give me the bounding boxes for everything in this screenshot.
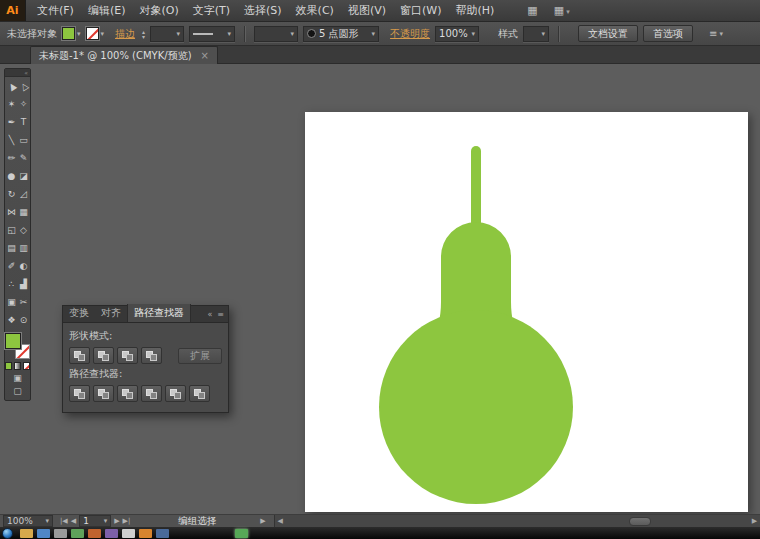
color-icon[interactable] [5,362,12,370]
fill-color-picker[interactable]: ▾ [62,27,81,40]
symbol-sprayer-tool[interactable]: ∴ [6,275,18,293]
taskbar-icon-2[interactable] [37,529,50,538]
stroke-weight-combo[interactable]: ▾ [150,26,184,42]
intersect-button[interactable] [117,347,138,364]
zoom-combo[interactable]: 100% ▾ [3,515,53,527]
scale-tool[interactable]: ◿ [18,185,30,203]
width-profile-combo[interactable]: ▾ [189,26,235,42]
divide-button[interactable] [69,385,90,402]
merge-button[interactable] [117,385,138,402]
minus-back-button[interactable] [189,385,210,402]
expand-button[interactable]: 扩展 [178,348,222,364]
last-artboard-icon[interactable]: ▶| [123,517,131,525]
gradient-tool[interactable]: ▥ [18,239,30,257]
stroke-swatch[interactable] [86,27,99,40]
menu-type[interactable]: 文字(T) [186,0,237,21]
pear-body[interactable] [379,310,573,504]
eyedropper-tool[interactable]: ✐ [6,257,18,275]
crop-button[interactable] [141,385,162,402]
style-combo[interactable]: ▾ [523,26,549,42]
previous-artboard-icon[interactable]: ◀ [71,517,76,525]
paintbrush-tool[interactable]: ✏ [6,149,18,167]
next-artboard-icon[interactable]: ▶ [114,517,119,525]
stroke-label[interactable]: 描边 [115,27,135,41]
perspective-grid-tool[interactable]: ◇ [18,221,30,239]
exclude-button[interactable] [141,347,162,364]
gradient-icon[interactable] [14,362,21,370]
scroll-right-icon[interactable]: ▶ [749,517,760,525]
menu-edit[interactable]: 编辑(E) [81,0,133,21]
zoom-tool[interactable]: ⊙ [18,311,30,329]
none-icon[interactable] [23,362,30,370]
free-transform-tool[interactable]: ▦ [18,203,30,221]
start-button[interactable] [2,528,13,539]
taskbar-icon-6[interactable] [105,529,118,538]
line-tool[interactable]: ╲ [6,131,18,149]
fill-color-swatch[interactable] [5,333,21,349]
brush-definition-combo[interactable]: 5 点圆形 ▾ [303,26,379,42]
first-artboard-icon[interactable]: |◀ [60,517,68,525]
tab-transform[interactable]: 变换 [63,304,95,322]
stroke-weight-stepper[interactable]: ▴ ▾ [142,29,145,39]
eraser-tool[interactable]: ◪ [18,167,30,185]
brush-profile-combo[interactable]: ▾ [254,26,298,42]
slice-tool[interactable]: ✂ [18,293,30,311]
hand-tool[interactable]: ❖ [6,311,18,329]
taskbar-icon-9[interactable] [156,529,169,538]
shape-builder-tool[interactable]: ◱ [6,221,18,239]
artboard-tool[interactable]: ▣ [6,293,18,311]
blob-brush-tool[interactable]: ● [6,167,18,185]
menu-window[interactable]: 窗口(W) [393,0,448,21]
opacity-label[interactable]: 不透明度 [390,27,430,41]
document-setup-button[interactable]: 文档设置 [578,25,638,42]
rectangle-tool[interactable]: ▭ [18,131,30,149]
taskbar-icon-8[interactable] [139,529,152,538]
width-tool[interactable]: ⋈ [6,203,18,221]
column-graph-tool[interactable]: ▟ [18,275,30,293]
drawing-modes-icon[interactable]: ▣ [13,373,22,383]
unite-button[interactable] [69,347,90,364]
taskbar-icon-5[interactable] [88,529,101,538]
bridge-icon[interactable]: ▦ [527,4,537,17]
pear-shape[interactable] [379,146,573,504]
horizontal-scrollbar[interactable]: ◀ ▶ [274,515,760,528]
outline-button[interactable] [165,385,186,402]
opacity-combo[interactable]: 100% ▾ [435,26,479,42]
document-tab[interactable]: 未标题-1* @ 100% (CMYK/预览) × [30,46,218,64]
menu-object[interactable]: 对象(O) [132,0,185,21]
pencil-tool[interactable]: ✎ [18,149,30,167]
screen-mode-icon[interactable]: ▢ [13,386,22,396]
menu-view[interactable]: 视图(V) [341,0,393,21]
menu-effect[interactable]: 效果(C) [289,0,341,21]
fill-swatch[interactable] [62,27,75,40]
preferences-button[interactable]: 首选项 [643,25,693,42]
mesh-tool[interactable]: ▤ [6,239,18,257]
scroll-left-icon[interactable]: ◀ [275,517,286,525]
taskbar-icon-1[interactable] [20,529,33,538]
minus-front-button[interactable] [93,347,114,364]
taskbar-icon-7[interactable] [122,529,135,538]
lasso-tool[interactable]: ✧ [18,95,30,113]
taskbar-icon-4[interactable] [71,529,84,538]
stroke-color-picker[interactable]: ▾ [86,27,105,40]
blend-tool[interactable]: ◐ [18,257,30,275]
scrollbar-thumb[interactable] [629,517,651,526]
rotate-tool[interactable]: ↻ [6,185,18,203]
pen-tool[interactable]: ✒ [6,113,18,131]
taskbar-icon-3[interactable] [54,529,67,538]
artboard-number-combo[interactable]: 1 ▾ [79,515,111,527]
trim-button[interactable] [93,385,114,402]
type-tool[interactable]: T [18,113,30,131]
panel-menu-icon[interactable]: ≡ [217,310,224,319]
status-expand-icon[interactable]: ▶ [260,517,265,525]
taskbar-icon-active[interactable] [235,529,248,538]
panel-collapse-icon[interactable]: « [207,310,212,319]
arrange-documents-icon[interactable]: ▦▾ [554,4,570,17]
menu-select[interactable]: 选择(S) [237,0,289,21]
tab-pathfinder[interactable]: 路径查找器 [127,304,191,322]
tab-align[interactable]: 对齐 [95,304,127,322]
control-panel-menu-icon[interactable]: ≡▾ [709,28,723,39]
close-icon[interactable]: × [201,50,209,61]
menu-file[interactable]: 文件(F) [30,0,81,21]
menu-help[interactable]: 帮助(H) [448,0,501,21]
